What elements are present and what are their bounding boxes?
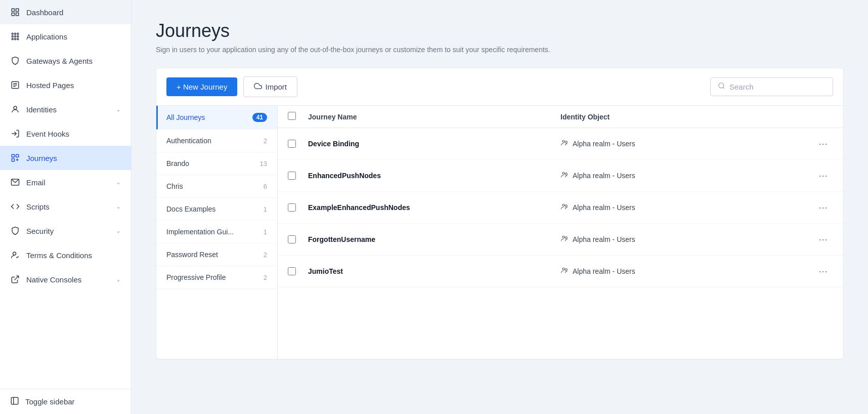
table-row[interactable]: ExampleEnhancedPushNodes Alpha realm - U… <box>278 192 843 224</box>
toggle-sidebar-button[interactable]: Toggle sidebar <box>0 389 131 414</box>
row-actions[interactable]: ⋯ <box>813 200 833 215</box>
row-checkbox[interactable] <box>288 203 308 212</box>
sidebar-item-scripts[interactable]: Scripts ⌄ <box>0 194 131 219</box>
row-actions[interactable]: ⋯ <box>813 168 833 183</box>
sidebar-item-label: Terms & Conditions <box>26 251 121 260</box>
sidebar-item-journeys[interactable]: Journeys <box>0 146 131 170</box>
category-count: 6 <box>264 183 267 190</box>
category-count: 2 <box>264 251 267 259</box>
svg-point-32 <box>565 173 567 175</box>
email-icon <box>10 177 20 187</box>
svg-point-8 <box>15 36 16 37</box>
journey-identity: Alpha realm - Users <box>560 234 813 244</box>
users-icon <box>560 139 569 149</box>
journey-category-progressive-profile[interactable]: Progressive Profile 2 <box>156 266 277 289</box>
person-icon <box>10 104 20 114</box>
row-actions[interactable]: ⋯ <box>813 136 833 151</box>
more-options-button[interactable]: ⋯ <box>816 168 830 183</box>
journey-category-authentication[interactable]: Authentication 2 <box>156 130 277 152</box>
journey-identity: Alpha realm - Users <box>560 266 813 276</box>
sidebar-item-email[interactable]: Email ⌄ <box>0 170 131 194</box>
journey-categories-panel: All Journeys 41 Authentication 2 Brando … <box>156 106 278 359</box>
sidebar-item-label: Event Hooks <box>26 130 121 138</box>
sidebar-item-native-consoles[interactable]: Native Consoles ⌄ <box>0 267 131 292</box>
row-checkbox[interactable] <box>288 172 308 180</box>
chevron-down-icon: ⌄ <box>116 276 121 283</box>
table-row[interactable]: Device Binding Alpha realm - Users ⋯ <box>278 128 843 160</box>
journey-category-all[interactable]: All Journeys 41 <box>156 106 277 130</box>
sidebar-item-event-hooks[interactable]: Event Hooks <box>0 121 131 146</box>
svg-point-5 <box>15 33 16 34</box>
category-label: Progressive Profile <box>166 273 226 281</box>
svg-point-4 <box>12 33 13 34</box>
svg-point-35 <box>562 236 565 238</box>
page-content-area: Journeys Sign in users to your applicati… <box>132 0 868 414</box>
more-options-button[interactable]: ⋯ <box>816 264 830 279</box>
sidebar-item-dashboard[interactable]: Dashboard <box>0 0 131 24</box>
sidebar-item-terms-conditions[interactable]: Terms & Conditions <box>0 243 131 267</box>
users-icon <box>560 234 569 244</box>
table-row[interactable]: ForgottenUsername Alpha realm - Users ⋯ <box>278 224 843 256</box>
search-box[interactable] <box>710 77 833 96</box>
new-journey-button[interactable]: + New Journey <box>166 77 237 96</box>
svg-point-7 <box>12 36 13 37</box>
row-actions[interactable]: ⋯ <box>813 264 833 279</box>
journey-category-brando[interactable]: Brando 13 <box>156 152 277 175</box>
journey-identity: Alpha realm - Users <box>560 139 813 149</box>
journey-category-implementation-guide[interactable]: Implementation Gui... 1 <box>156 221 277 243</box>
sidebar-item-identities[interactable]: Identities ⌄ <box>0 97 131 121</box>
row-checkbox[interactable] <box>288 140 308 148</box>
page-title: Journeys <box>156 20 844 42</box>
journey-category-password-reset[interactable]: Password Reset 2 <box>156 243 277 266</box>
sidebar-item-hosted-pages[interactable]: Hosted Pages <box>0 73 131 97</box>
sidebar-item-applications[interactable]: Applications <box>0 24 131 49</box>
sidebar-item-gateways-agents[interactable]: Gateways & Agents <box>0 49 131 73</box>
category-label: All Journeys <box>166 113 205 121</box>
category-count: 2 <box>264 137 267 145</box>
external-icon <box>10 274 20 284</box>
svg-rect-0 <box>12 9 14 11</box>
journeys-card: + New Journey Import <box>156 68 844 359</box>
sidebar-item-security[interactable]: Security ⌄ <box>0 219 131 243</box>
category-badge: 41 <box>252 113 267 122</box>
svg-rect-2 <box>12 13 14 16</box>
row-select-checkbox[interactable] <box>288 172 296 180</box>
journey-category-chris[interactable]: Chris 6 <box>156 175 277 198</box>
table-row[interactable]: JumioTest Alpha realm - Users ⋯ <box>278 256 843 287</box>
row-select-checkbox[interactable] <box>288 140 296 148</box>
svg-point-31 <box>562 172 565 174</box>
more-options-button[interactable]: ⋯ <box>816 136 830 151</box>
apps-icon <box>10 31 20 42</box>
category-count: 1 <box>264 205 267 213</box>
search-input[interactable] <box>729 82 826 91</box>
journey-name: JumioTest <box>308 267 560 275</box>
journey-icon <box>10 153 20 163</box>
svg-point-36 <box>565 237 567 239</box>
row-actions[interactable]: ⋯ <box>813 232 833 247</box>
journey-category-docs-examples[interactable]: Docs Examples 1 <box>156 198 277 221</box>
header-identity-object: Identity Object <box>560 113 813 121</box>
svg-point-9 <box>17 36 19 37</box>
import-button[interactable]: Import <box>243 76 297 97</box>
svg-point-17 <box>14 106 17 109</box>
more-options-button[interactable]: ⋯ <box>816 232 830 247</box>
sidebar-item-label: Email <box>26 178 110 187</box>
select-all-checkbox[interactable] <box>288 112 296 120</box>
row-select-checkbox[interactable] <box>288 235 296 243</box>
sidebar-item-label: Hosted Pages <box>26 81 121 90</box>
row-checkbox[interactable] <box>288 235 308 243</box>
table-row[interactable]: EnhancedPushNodes Alpha realm - Users ⋯ <box>278 160 843 192</box>
row-checkbox[interactable] <box>288 267 308 275</box>
more-options-button[interactable]: ⋯ <box>816 200 830 215</box>
category-count: 13 <box>260 160 267 168</box>
category-count: 2 <box>264 274 267 281</box>
row-select-checkbox[interactable] <box>288 203 296 212</box>
svg-rect-20 <box>16 154 19 157</box>
chevron-down-icon: ⌄ <box>116 203 121 210</box>
sidebar-item-label: Security <box>26 227 110 235</box>
header-checkbox-col <box>288 112 308 121</box>
row-select-checkbox[interactable] <box>288 267 296 275</box>
svg-point-10 <box>12 38 13 40</box>
journey-table-panel: Journey Name Identity Object Device Bind… <box>278 106 843 359</box>
svg-point-30 <box>565 141 567 143</box>
